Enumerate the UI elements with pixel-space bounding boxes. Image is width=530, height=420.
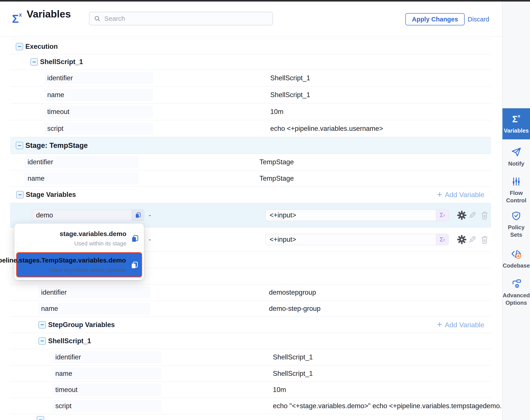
field-value: echo <+pipeline.variables.username> <box>270 125 383 133</box>
sidebar-tab-codebase[interactable]: Codebase <box>502 246 530 271</box>
scope-path: stage.variables.demo <box>60 230 126 238</box>
page-title: Variables <box>27 8 71 20</box>
field-label: identifier <box>38 286 150 299</box>
field-row: name demo-step-group <box>10 300 491 317</box>
copy-icon[interactable] <box>130 261 139 269</box>
sidebar-tab-flow-control[interactable]: Flow Control <box>502 175 530 205</box>
field-label: name <box>52 367 161 380</box>
field-value: ShellScript_1 <box>273 370 313 377</box>
group-title: StepGroup Variables <box>48 321 115 329</box>
tree-row-shellscript: ShellScript_1 <box>10 54 491 70</box>
field-value: TempStage <box>260 175 294 182</box>
scope-option-text: stage.variables.demo Used within its sta… <box>60 230 126 247</box>
field-value: ShellScript_1 <box>270 74 310 82</box>
field-label: timeout <box>52 384 161 396</box>
expression-sigma-icon[interactable]: Σx <box>436 234 448 245</box>
field-row: name TempStage <box>10 170 491 187</box>
panel-header: Σx Variables Apply Changes Discard <box>0 1 502 37</box>
discard-button[interactable]: Discard <box>466 13 490 25</box>
field-row: name ShellScript_1 <box>10 87 491 104</box>
copy-icon[interactable] <box>132 210 144 221</box>
code-warning-icon <box>511 248 522 259</box>
field-label: identifier <box>44 72 153 84</box>
variables-sigma-icon: Σx <box>12 12 22 25</box>
search-box[interactable] <box>89 12 273 25</box>
scope-option-text: pipeline.stages.TempStage.variables.demo… <box>0 256 126 273</box>
add-variable-button[interactable]: + Add Variable <box>437 191 484 199</box>
variable-scope-popup: stage.variables.demo Used within its sta… <box>15 224 144 280</box>
apply-changes-button[interactable]: Apply Changes <box>405 13 465 25</box>
field-value: 10m <box>270 108 283 116</box>
field-label: name <box>25 172 139 185</box>
plus-icon: + <box>437 320 442 329</box>
field-row: identifier demostepgroup <box>10 284 491 300</box>
field-label: script <box>44 122 153 135</box>
field-row: identifier TempStage <box>10 154 491 170</box>
sidebar-tab-advanced-options[interactable]: Advanced Options <box>502 278 530 307</box>
field-row: script echo <+pipeline.variables.usernam… <box>10 120 491 137</box>
scope-path: pipeline.stages.TempStage.variables.demo <box>0 256 126 264</box>
field-value: demostepgroup <box>269 288 316 296</box>
expression-sigma-icon[interactable]: Σx <box>436 210 448 221</box>
field-label: timeout <box>44 106 153 118</box>
delete-trash-icon[interactable] <box>480 235 489 244</box>
field-value: ShellScript_1 <box>270 91 310 99</box>
field-label: identifier <box>25 156 139 168</box>
field-value: TempStage <box>260 158 294 166</box>
sliders-icon <box>511 176 521 187</box>
field-label: name <box>38 302 150 315</box>
collapse-toggle-icon[interactable] <box>16 43 23 50</box>
search-icon <box>94 15 101 22</box>
field-value: 10m <box>273 386 286 394</box>
field-value: echo "<+stage.variables.demo>" echo <+pi… <box>273 402 505 410</box>
edit-pencil-icon[interactable]: ✎ <box>468 210 476 221</box>
stage-variables-header-row: Stage Variables + Add Variable <box>10 187 491 203</box>
tree-node-label: ShellScript_1 <box>48 337 91 345</box>
group-title: Stage Variables <box>26 191 76 199</box>
variable-default-value: - <box>149 211 151 219</box>
variable-default-value: - <box>149 236 151 243</box>
sidebar-tab-notify[interactable]: Notify <box>502 143 530 171</box>
variables-sigma-icon: Σx <box>512 113 520 124</box>
field-label: script <box>52 400 161 412</box>
sidebar-tab-policy-sets[interactable]: Policy Sets <box>502 209 530 240</box>
stage-header-row: Stage: TempStage <box>10 137 491 154</box>
settings-gear-icon[interactable] <box>457 235 467 245</box>
partial-row <box>10 414 491 420</box>
add-variable-button[interactable]: + Add Variable <box>437 321 484 329</box>
scope-description: Used anywhere within pipeline <box>0 267 126 273</box>
variable-value-input[interactable]: <+input> Σx <box>265 210 449 221</box>
scope-option-stage[interactable]: stage.variables.demo Used within its sta… <box>16 225 142 251</box>
field-row: identifier ShellScript_1 <box>10 70 491 87</box>
edit-pencil-icon[interactable]: ✎ <box>468 234 476 245</box>
search-input[interactable] <box>104 15 268 23</box>
collapse-toggle-icon[interactable] <box>16 191 24 198</box>
field-row: script echo "<+stage.variables.demo>" ec… <box>10 398 491 414</box>
right-sidebar: Σx Variables Notify Flow Control <box>502 1 530 420</box>
sidebar-tab-variables[interactable]: Σx Variables <box>502 108 530 139</box>
field-value: demo-step-group <box>269 305 321 313</box>
field-row: timeout 10m <box>10 104 491 120</box>
collapse-toggle-icon[interactable] <box>39 337 46 345</box>
flow-gear-icon <box>511 278 522 289</box>
variable-value-input[interactable]: <+input> Σx <box>265 234 449 245</box>
collapse-toggle-icon[interactable] <box>37 416 44 420</box>
collapse-toggle-icon[interactable] <box>30 58 38 66</box>
shield-check-icon <box>511 211 521 221</box>
collapse-toggle-icon[interactable] <box>39 321 46 329</box>
delete-trash-icon[interactable] <box>480 210 489 220</box>
scope-option-pipeline-selected[interactable]: pipeline.stages.TempStage.variables.demo… <box>16 252 142 277</box>
copy-icon[interactable] <box>131 235 139 243</box>
field-label: identifier <box>52 351 161 363</box>
field-value: ShellScript_1 <box>273 353 313 361</box>
tree-row-shellscript-nested: ShellScript_1 <box>10 333 491 349</box>
tree-row-execution: Execution <box>10 39 491 54</box>
window-top-bar <box>0 0 530 1</box>
collapse-toggle-icon[interactable] <box>16 142 23 149</box>
stage-title: Stage: TempStage <box>25 141 88 150</box>
settings-gear-icon[interactable] <box>457 210 467 220</box>
variable-name-input[interactable]: demo <box>32 210 144 221</box>
field-row: timeout 10m <box>10 382 491 398</box>
field-row: name ShellScript_1 <box>10 365 491 382</box>
paper-plane-icon <box>511 147 522 157</box>
